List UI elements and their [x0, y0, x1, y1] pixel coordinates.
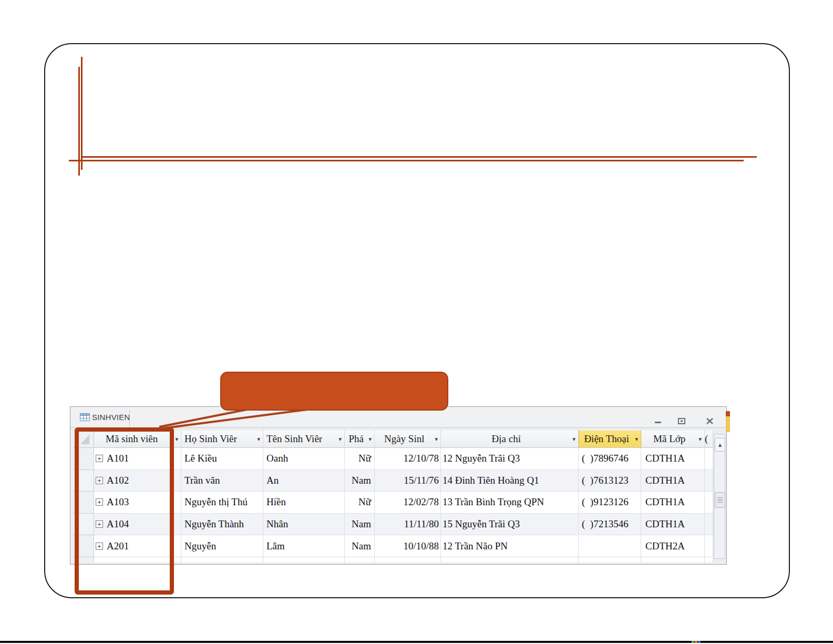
header-label: Phá: [345, 433, 367, 445]
filter-arrow-icon[interactable]: ▾: [368, 436, 372, 443]
header-label: Mã Lớp: [641, 433, 697, 445]
cell-phai[interactable]: Nam: [345, 514, 375, 536]
close-icon: [706, 418, 713, 424]
header-label: Địa chỉ: [441, 433, 571, 445]
cell-ngay[interactable]: 11/11/80: [375, 514, 441, 536]
header-cell-ho[interactable]: Họ Sinh Viêr▾: [181, 431, 263, 448]
cell-ten[interactable]: Oanh: [263, 448, 345, 470]
cell-dienthoai[interactable]: ( )7213546: [579, 514, 641, 536]
filter-arrow-icon[interactable]: ▾: [338, 436, 342, 443]
cell-dienthoai[interactable]: ( )7613123: [579, 470, 641, 492]
filter-arrow-icon[interactable]: ▾: [435, 436, 438, 443]
page-speck: [692, 641, 694, 643]
header-label: Tên Sinh Viêr: [263, 433, 337, 445]
cell-diachi[interactable]: 12 Nguyễn Trãi Q3: [441, 448, 579, 470]
cell-phai[interactable]: Nữ: [345, 492, 375, 514]
header-cell-ten[interactable]: Tên Sinh Viêr▾: [263, 431, 345, 448]
page-speck: [695, 641, 697, 643]
empty-cell: [263, 557, 345, 563]
cell-diachi[interactable]: 15 Nguyễn Trãi Q3: [441, 514, 579, 536]
vertical-scrollbar[interactable]: ▲: [714, 434, 725, 559]
cell-ten[interactable]: Lâm: [263, 535, 345, 557]
cell-dienthoai[interactable]: [579, 535, 641, 557]
scroll-up-icon: ▲: [717, 442, 723, 448]
table-icon: [80, 413, 90, 421]
window-edge-sliver-yellow: [726, 416, 730, 432]
cell-ho[interactable]: Lê Kiều: [181, 448, 263, 470]
header-cell-dienthoai[interactable]: Điện Thoại▾: [579, 431, 641, 448]
scrollbar-thumb[interactable]: [715, 492, 725, 508]
callout-shape[interactable]: [220, 372, 448, 411]
filter-arrow-icon[interactable]: ▾: [175, 436, 178, 443]
thumb-grip: [717, 496, 723, 504]
cell-ngay[interactable]: 15/11/76: [375, 470, 441, 492]
restore-button[interactable]: [675, 416, 688, 426]
cell-ho[interactable]: Nguyễn: [181, 535, 263, 557]
header-label: Họ Sinh Viêr: [181, 433, 256, 445]
filter-arrow-icon[interactable]: ▾: [635, 436, 638, 443]
cell-malop[interactable]: CDTH1A: [641, 448, 705, 470]
tab-separator: [129, 410, 130, 427]
cell-ten[interactable]: An: [263, 470, 345, 492]
empty-cell: [579, 557, 641, 563]
decor-horizontal-line: [69, 160, 744, 161]
cell-dienthoai[interactable]: ( )9123126: [579, 492, 641, 514]
cell-diachi[interactable]: 12 Trần Não PN: [441, 535, 579, 557]
header-label: Điện Thoại: [579, 433, 634, 445]
tab-title[interactable]: SINHVIEN: [92, 413, 130, 422]
close-button[interactable]: [703, 416, 716, 426]
minimize-button[interactable]: [651, 416, 665, 426]
cell-overflow[interactable]: [705, 514, 713, 536]
cell-ho[interactable]: Trần văn: [181, 470, 263, 492]
header-label: Ngày Sinl: [375, 433, 434, 445]
cell-overflow[interactable]: [705, 448, 713, 470]
bottom-rule: [0, 641, 833, 643]
scroll-up-button[interactable]: ▲: [715, 438, 725, 452]
header-cell-overflow[interactable]: (: [705, 431, 713, 448]
filter-arrow-icon[interactable]: ▾: [698, 436, 702, 443]
header-cell-diachi[interactable]: Địa chỉ▾: [441, 431, 579, 448]
filter-arrow-icon[interactable]: ▾: [572, 436, 575, 443]
cell-diachi[interactable]: 13 Trần Bình Trọng QPN: [441, 492, 579, 514]
highlight-rectangle: [75, 427, 174, 595]
empty-cell: [641, 557, 705, 563]
empty-cell: [375, 557, 441, 563]
decor-vertical-line: [81, 57, 83, 170]
cell-phai[interactable]: Nam: [345, 535, 375, 557]
empty-cell: [705, 557, 713, 563]
cell-phai[interactable]: Nữ: [345, 448, 375, 470]
cell-malop[interactable]: CDTH2A: [641, 535, 705, 557]
window-edge-sliver-red: [726, 411, 730, 416]
cell-ngay[interactable]: 12/10/78: [375, 448, 441, 470]
cell-malop[interactable]: CDTH1A: [641, 470, 705, 492]
decor-horizontal-line: [83, 156, 757, 158]
cell-ten[interactable]: Nhân: [263, 514, 345, 536]
cell-overflow[interactable]: [705, 535, 713, 557]
minimize-icon: [654, 418, 662, 424]
header-cell-phai[interactable]: Phá▾: [345, 431, 375, 448]
decor-vertical-line: [78, 67, 80, 176]
cell-ho[interactable]: Nguyễn Thành: [181, 514, 263, 536]
header-cell-ngay[interactable]: Ngày Sinl▾: [375, 431, 441, 448]
cell-ho[interactable]: Nguyễn thị Thú: [181, 492, 263, 514]
cell-malop[interactable]: CDTH1A: [641, 492, 705, 514]
header-cell-malop[interactable]: Mã Lớp▾: [641, 431, 705, 448]
header-label: (: [705, 433, 713, 445]
cell-ten[interactable]: Hiền: [263, 492, 345, 514]
cell-phai[interactable]: Nam: [345, 470, 375, 492]
empty-cell: [345, 557, 375, 563]
cell-overflow[interactable]: [705, 470, 713, 492]
filter-arrow-icon[interactable]: ▾: [257, 436, 260, 443]
empty-cell: [441, 557, 579, 563]
callout-text: [221, 373, 447, 410]
cell-dienthoai[interactable]: ( )7896746: [579, 448, 641, 470]
cell-overflow[interactable]: [705, 492, 713, 514]
page-speck: [698, 641, 701, 643]
restore-icon: [678, 418, 685, 424]
empty-cell: [181, 557, 263, 563]
cell-ngay[interactable]: 10/10/88: [375, 535, 441, 557]
cell-ngay[interactable]: 12/02/78: [375, 492, 441, 514]
cell-diachi[interactable]: 14 Đinh Tiên Hoàng Q1: [441, 470, 579, 492]
cell-malop[interactable]: CDTH1A: [641, 514, 705, 536]
